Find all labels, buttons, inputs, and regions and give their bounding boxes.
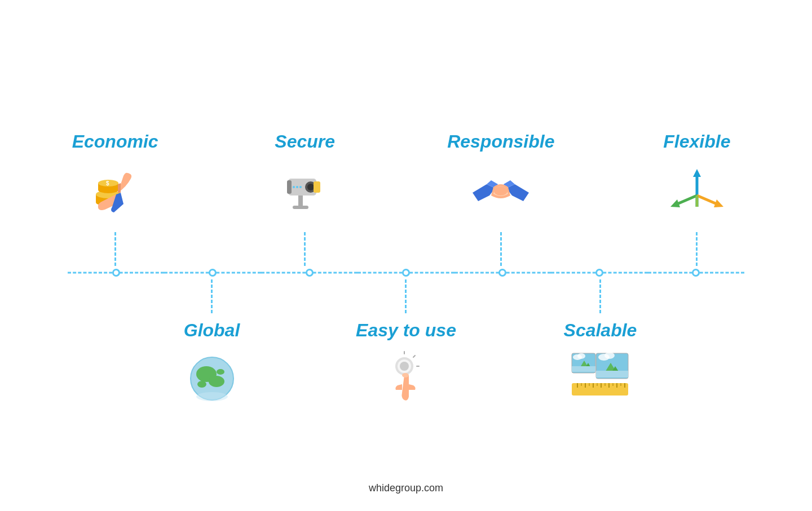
top-section: Economic $ <box>68 52 744 266</box>
responsible-node: Responsible <box>447 52 554 266</box>
dot-6 <box>551 266 647 279</box>
economic-icon: $ <box>84 159 146 221</box>
dot-1 <box>68 266 164 279</box>
svg-point-10 <box>307 184 314 190</box>
svg-marker-19 <box>693 169 701 177</box>
responsible-icon <box>470 159 532 221</box>
economic-label: Economic <box>72 131 158 152</box>
dot-circle-1 <box>112 269 120 277</box>
secure-vline <box>304 232 306 266</box>
svg-point-17 <box>494 186 508 195</box>
svg-point-15 <box>296 186 298 188</box>
dot-3 <box>261 266 358 279</box>
middle-line <box>68 266 744 279</box>
scalable-node: Scalable <box>552 279 648 460</box>
svg-point-27 <box>209 376 224 387</box>
svg-point-45 <box>577 353 585 359</box>
page-container: Economic $ <box>0 0 812 511</box>
flexible-vline <box>696 232 698 266</box>
secure-node: Secure <box>258 52 352 266</box>
secure-icon <box>274 159 336 221</box>
timeline-area: Economic $ <box>68 52 744 460</box>
scalable-vline <box>599 279 601 313</box>
svg-line-36 <box>413 356 415 357</box>
svg-rect-8 <box>287 180 292 194</box>
dot-4 <box>358 266 454 279</box>
svg-point-16 <box>299 186 302 188</box>
secure-label: Secure <box>275 131 335 152</box>
svg-point-28 <box>197 381 206 388</box>
responsible-label: Responsible <box>447 131 554 152</box>
scalable-label: Scalable <box>564 320 637 341</box>
easytouse-icon <box>375 348 437 410</box>
svg-point-29 <box>217 369 224 375</box>
global-node: Global <box>164 279 259 460</box>
global-icon <box>181 348 243 410</box>
dot-circle-5 <box>498 269 506 277</box>
easytouse-node: Easy to use <box>356 279 456 460</box>
dot-circle-7 <box>692 269 700 277</box>
easytouse-vline <box>405 279 407 313</box>
svg-rect-11 <box>298 195 303 207</box>
dot-7 <box>648 266 744 279</box>
svg-rect-13 <box>314 181 320 193</box>
svg-line-22 <box>697 195 717 204</box>
svg-rect-12 <box>293 206 308 209</box>
dot-2 <box>164 266 261 279</box>
svg-rect-50 <box>596 371 628 377</box>
svg-point-14 <box>293 186 295 188</box>
svg-point-38 <box>402 373 409 377</box>
dot-circle-6 <box>595 269 603 277</box>
svg-point-34 <box>400 362 409 371</box>
easytouse-label: Easy to use <box>356 320 456 341</box>
svg-rect-43 <box>572 366 595 372</box>
economic-node: Economic $ <box>68 52 162 266</box>
global-vline <box>211 279 213 313</box>
flexible-node: Flexible <box>650 52 744 266</box>
svg-text:$: $ <box>106 180 109 186</box>
svg-point-52 <box>604 352 615 359</box>
bottom-section: Global <box>68 279 744 460</box>
economic-vline <box>114 232 116 266</box>
scalable-icon <box>569 348 631 410</box>
footer-text: whidegroup.com <box>369 482 443 494</box>
responsible-vline <box>500 232 502 266</box>
flexible-label: Flexible <box>663 131 730 152</box>
svg-marker-23 <box>714 199 723 207</box>
svg-point-31 <box>196 392 228 401</box>
svg-marker-21 <box>670 199 680 207</box>
svg-rect-53 <box>572 383 628 396</box>
flexible-icon <box>666 159 728 221</box>
dot-circle-3 <box>306 269 314 277</box>
dot-5 <box>454 266 551 279</box>
dot-circle-4 <box>402 269 410 277</box>
dot-circle-2 <box>209 269 217 277</box>
global-label: Global <box>184 320 240 341</box>
svg-line-20 <box>677 195 697 204</box>
